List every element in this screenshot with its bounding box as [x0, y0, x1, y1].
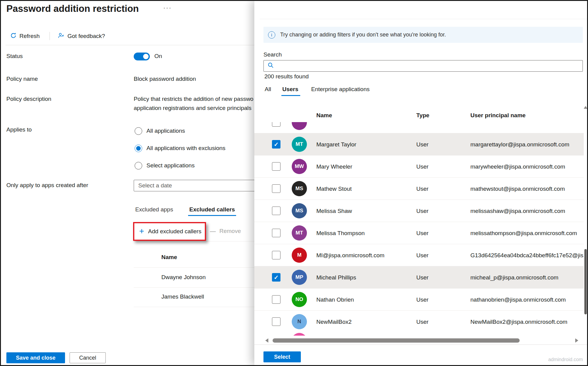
user-type: User — [416, 244, 428, 266]
column-header-upn: User principal name — [470, 112, 526, 119]
row-checkbox[interactable] — [272, 184, 280, 193]
user-row[interactable]: MT Melissa Thompson User melissathompson… — [254, 222, 584, 244]
search-label: Search — [263, 51, 282, 58]
user-principal-name: marywheeler@jispa.onmicrosoft.com — [470, 156, 565, 178]
remove-button[interactable]: — Remove — [210, 228, 241, 234]
avatar: M — [292, 248, 307, 263]
radio-label: All applications with exclusions — [146, 145, 225, 152]
policy-description-line1: Policy that restricts the addition of ne… — [134, 96, 253, 102]
user-principal-name: nathanobrien@jispa.onmicrosoft.com — [470, 289, 566, 311]
user-principal-name: melissathompson@jispa.onmicrosoft.com — [470, 222, 577, 244]
toolbar-divider — [5, 45, 255, 45]
results-count: 200 results found — [264, 73, 309, 80]
feedback-button[interactable]: Got feedback? — [58, 32, 105, 40]
toolbar-separator — [50, 32, 50, 40]
user-row[interactable]: MW Mary Wheeler User marywheeler@jispa.o… — [254, 155, 584, 177]
user-name: MI@jispa.onmicrosoft.com — [316, 244, 384, 266]
user-principal-name: mathewstout@jispa.onmicrosoft.com — [470, 178, 565, 200]
vertical-scrollbar-thumb[interactable] — [584, 249, 587, 314]
radio-circle[interactable] — [135, 162, 142, 169]
status-label: Status — [6, 53, 23, 60]
more-menu-icon[interactable]: ··· — [163, 4, 172, 12]
tab-users[interactable]: Users — [282, 86, 298, 93]
row-checkbox[interactable] — [272, 140, 280, 149]
user-type: User — [416, 266, 428, 289]
excluded-caller-row[interactable]: Dwayne Johnson — [161, 274, 206, 281]
select-button[interactable]: Select — [263, 351, 301, 362]
avatar-partial-bottom — [292, 333, 307, 336]
row-checkbox[interactable] — [272, 273, 280, 282]
table-divider — [134, 307, 261, 307]
active-tab-underline — [281, 95, 300, 96]
refresh-icon — [10, 32, 17, 40]
feedback-icon — [58, 32, 65, 40]
select-users-panel: i Try changing or adding filters if you … — [254, 1, 587, 365]
avatar: MT — [292, 137, 307, 152]
search-field[interactable] — [263, 60, 583, 72]
minus-icon: — — [210, 228, 216, 234]
avatar: MW — [292, 159, 307, 174]
commandbar-divider — [134, 241, 261, 241]
row-checkbox[interactable] — [272, 162, 280, 171]
search-input[interactable] — [277, 61, 583, 70]
horizontal-scroll-left-arrow[interactable] — [265, 338, 268, 343]
feedback-label: Got feedback? — [67, 33, 105, 39]
vertical-scroll-up-arrow[interactable] — [584, 106, 587, 109]
add-excluded-callers-button[interactable]: + Add excluded callers — [133, 222, 206, 241]
user-name: Mathew Stout — [316, 178, 352, 200]
avatar: MS — [292, 181, 307, 196]
user-name: Melissa Thompson — [316, 222, 365, 244]
tab-all[interactable]: All — [265, 86, 271, 93]
avatar: MS — [292, 203, 307, 218]
excluded-callers-name-header: Name — [161, 254, 177, 261]
remove-label: Remove — [219, 228, 241, 234]
user-principal-name: G13d642564ea04bdca24bbeff6fc17e52@jis — [470, 244, 583, 266]
user-principal-name: margarettaylor@jispa.onmicrosoft.com — [470, 133, 569, 156]
avatar-partial-top — [292, 122, 307, 130]
plus-icon: + — [139, 227, 144, 235]
row-checkbox[interactable] — [272, 251, 280, 259]
radio-circle[interactable] — [135, 127, 142, 135]
tab-enterprise-applications[interactable]: Enterprise applications — [311, 86, 370, 93]
horizontal-scroll-right-arrow[interactable] — [575, 338, 578, 343]
column-header-name: Name — [316, 112, 332, 119]
panel-top-divider — [260, 19, 587, 19]
table-divider — [134, 287, 261, 288]
user-principal-name: NewMailBox2@jispa.onmicrosoft.com — [470, 311, 567, 333]
row-checkbox[interactable] — [272, 207, 280, 215]
user-row[interactable]: MS Mathew Stout User mathewstout@jispa.o… — [254, 177, 584, 200]
row-checkbox[interactable] — [272, 317, 280, 326]
avatar: MP — [292, 270, 307, 285]
radio-all-applications-with-exclusions[interactable]: All applications with exclusions — [135, 144, 225, 153]
policy-name-label: Policy name — [6, 76, 38, 82]
user-row[interactable]: NO Nathan Obrien User nathanobrien@jispa… — [254, 288, 584, 310]
column-header-type: Type — [416, 112, 429, 119]
user-row[interactable]: MT Margaret Taylor User margarettaylor@j… — [254, 133, 584, 155]
tab-excluded-apps[interactable]: Excluded apps — [135, 206, 173, 213]
user-type: User — [416, 200, 428, 222]
save-and-close-button[interactable]: Save and close — [6, 352, 65, 363]
date-input[interactable] — [134, 180, 257, 191]
refresh-button[interactable]: Refresh — [10, 32, 40, 40]
radio-select-applications[interactable]: Select applications — [135, 161, 194, 170]
row-checkbox[interactable] — [272, 229, 280, 237]
user-row[interactable]: N NewMailBox2 User NewMailBox2@jispa.onm… — [254, 310, 584, 333]
user-name: Micheal Phillips — [316, 266, 356, 289]
row-checkbox[interactable] — [272, 295, 280, 304]
user-type: User — [416, 178, 428, 200]
horizontal-scrollbar-thumb[interactable] — [273, 338, 520, 343]
user-row[interactable]: MS Melissa Shaw User melissashaw@jispa.o… — [254, 200, 584, 222]
status-toggle[interactable] — [134, 53, 150, 60]
panel-footer-divider — [254, 344, 587, 345]
checkbox-partial[interactable] — [272, 122, 280, 127]
user-row[interactable]: MP Micheal Phillips User micheal_p@jispa… — [254, 266, 584, 288]
tab-excluded-callers[interactable]: Excluded callers — [189, 206, 235, 213]
user-row[interactable]: M MI@jispa.onmicrosoft.com User G13d6425… — [254, 244, 584, 266]
user-name: Margaret Taylor — [316, 133, 356, 156]
cancel-button[interactable]: Cancel — [70, 352, 106, 363]
user-type: User — [416, 133, 428, 156]
excluded-caller-row[interactable]: James Blackwell — [161, 293, 204, 300]
page-title: Password addition restriction — [6, 3, 139, 14]
radio-all-applications[interactable]: All applications — [135, 126, 185, 135]
radio-circle-selected[interactable] — [135, 145, 142, 152]
